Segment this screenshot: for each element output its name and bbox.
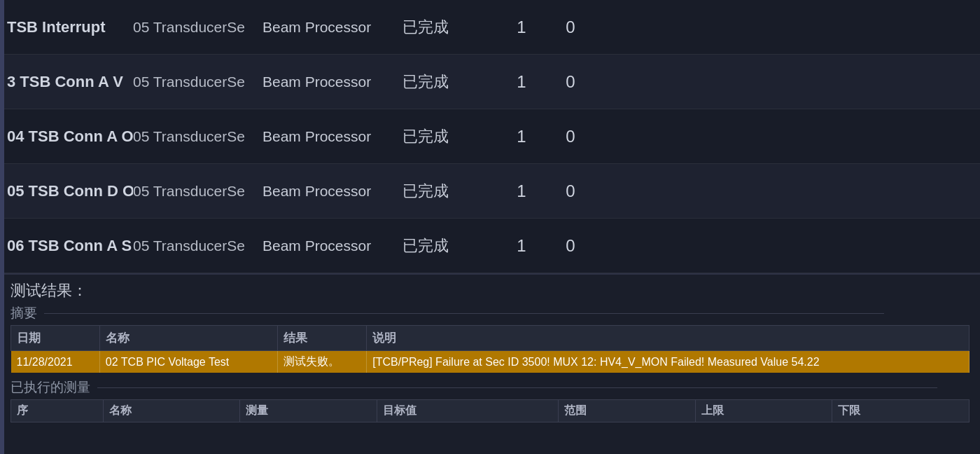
row-processor: Beam Processor <box>262 183 402 200</box>
row-num2: 0 <box>550 236 592 256</box>
executed-col-header: 序 <box>11 400 104 422</box>
table-row[interactable]: 3 TSB Conn A V 05 TransducerSe Beam Proc… <box>0 55 980 109</box>
executed-label: 已执行的测量 <box>7 378 980 397</box>
row-transducer: 05 TransducerSe <box>133 183 262 200</box>
table-row[interactable]: 06 TSB Conn A S 05 TransducerSe Beam Pro… <box>0 219 980 273</box>
failure-result: 测试失败。 <box>277 351 366 373</box>
row-num1: 1 <box>493 127 550 146</box>
row-status: 已完成 <box>402 126 493 147</box>
table-row[interactable]: 04 TSB Conn A O 05 TransducerSe Beam Pro… <box>0 109 980 164</box>
row-num1: 1 <box>493 236 550 256</box>
table-row[interactable]: 05 TSB Conn D O 05 TransducerSe Beam Pro… <box>0 164 980 219</box>
row-transducer: 05 TransducerSe <box>133 19 262 36</box>
row-name: 3 TSB Conn A V <box>0 73 133 91</box>
results-table: 日期名称结果说明 11/28/2021 02 TCB PIC Voltage T… <box>10 325 969 373</box>
row-transducer: 05 TransducerSe <box>133 238 262 254</box>
row-num1: 1 <box>493 18 550 37</box>
executed-col-header: 目标值 <box>377 400 558 422</box>
failure-date: 11/28/2021 <box>11 351 100 373</box>
row-num2: 0 <box>550 18 592 37</box>
row-num1: 1 <box>493 72 550 92</box>
row-num2: 0 <box>550 127 592 146</box>
results-table-header: 日期名称结果说明 <box>11 326 969 351</box>
failure-row[interactable]: 11/28/2021 02 TCB PIC Voltage Test 测试失败。… <box>11 351 969 373</box>
row-name: 04 TSB Conn A O <box>0 128 133 146</box>
row-num1: 1 <box>493 181 550 201</box>
row-name: 06 TSB Conn A S <box>0 237 133 255</box>
executed-col-header: 下限 <box>832 400 969 422</box>
row-num2: 0 <box>550 181 592 201</box>
executed-col-header: 名称 <box>103 400 240 422</box>
row-name: TSB Interrupt <box>0 18 133 36</box>
results-col-header: 日期 <box>11 326 100 351</box>
failure-description: [TCB/PReg] Failure at Sec ID 3500! MUX 1… <box>367 351 969 373</box>
executed-table: 序名称测量目标值范围上限下限 <box>10 399 969 422</box>
row-processor: Beam Processor <box>262 238 402 254</box>
row-status: 已完成 <box>402 17 493 38</box>
table-section: TSB Interrupt 05 TransducerSe Beam Proce… <box>0 0 980 273</box>
executed-col-header: 测量 <box>240 400 377 422</box>
results-col-header: 结果 <box>277 326 366 351</box>
row-processor: Beam Processor <box>262 74 402 90</box>
results-title: 测试结果： <box>7 280 980 301</box>
executed-col-header: 上限 <box>695 400 832 422</box>
executed-col-header: 范围 <box>559 400 696 422</box>
row-status: 已完成 <box>402 71 493 92</box>
row-status: 已完成 <box>402 181 493 202</box>
row-processor: Beam Processor <box>262 128 402 145</box>
results-section: 测试结果： 摘要 日期名称结果说明 11/28/2021 02 TCB PIC … <box>0 273 980 454</box>
summary-label: 摘要 <box>7 304 980 322</box>
main-container: TSB Interrupt 05 TransducerSe Beam Proce… <box>0 0 980 454</box>
table-row[interactable]: TSB Interrupt 05 TransducerSe Beam Proce… <box>0 0 980 55</box>
page-wrapper: TSB Interrupt 05 TransducerSe Beam Proce… <box>0 0 980 454</box>
failure-name: 02 TCB PIC Voltage Test <box>99 351 277 373</box>
row-status: 已完成 <box>402 235 493 256</box>
row-num2: 0 <box>550 72 592 92</box>
executed-table-header: 序名称测量目标值范围上限下限 <box>11 400 969 422</box>
row-processor: Beam Processor <box>262 19 402 36</box>
results-col-header: 名称 <box>99 326 277 351</box>
executed-section: 已执行的测量 序名称测量目标值范围上限下限 <box>7 378 980 422</box>
row-transducer: 05 TransducerSe <box>133 74 262 90</box>
results-col-header: 说明 <box>367 326 969 351</box>
row-name: 05 TSB Conn D O <box>0 182 133 200</box>
row-transducer: 05 TransducerSe <box>133 128 262 145</box>
left-accent-bar <box>0 0 4 454</box>
